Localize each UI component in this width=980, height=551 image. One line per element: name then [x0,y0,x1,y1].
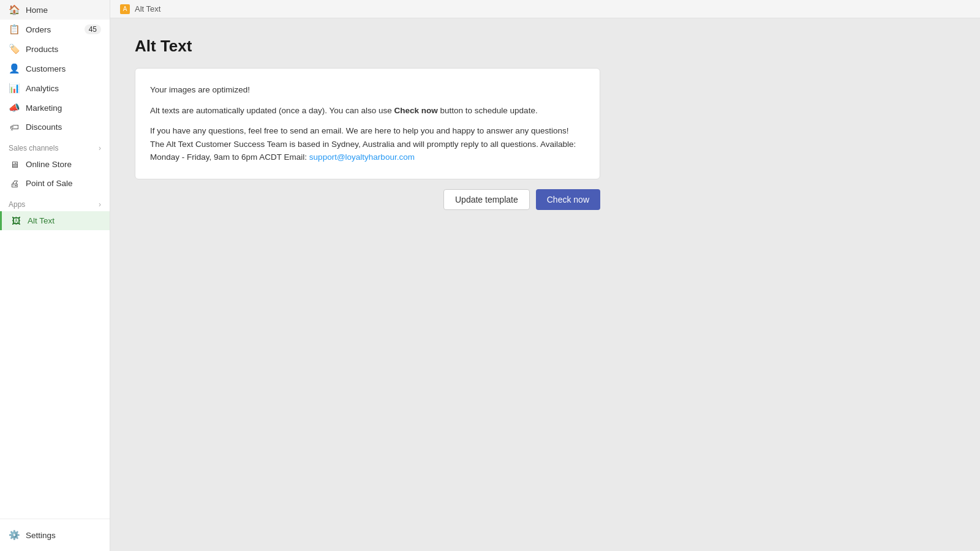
sidebar-item-home[interactable]: 🏠 Home [0,0,110,20]
sidebar-item-label: Discounts [26,122,62,132]
sales-channels-section: Sales channels › [0,137,110,155]
sales-channels-chevron: › [99,144,101,152]
sidebar-item-label: Online Store [26,160,72,169]
customers-icon: 👤 [9,63,20,74]
sidebar-item-label: Point of Sale [26,179,73,188]
sidebar-item-label: Analytics [26,84,59,93]
home-icon: 🏠 [9,4,20,15]
sidebar-item-label: Home [26,6,48,15]
sidebar-item-customers[interactable]: 👤 Customers [0,59,110,78]
breadcrumb-icon: A [120,4,130,14]
sidebar-item-label: Orders [26,25,51,34]
sidebar-item-online-store[interactable]: 🖥 Online Store [0,155,110,174]
sidebar-item-settings[interactable]: ⚙️ Settings [0,525,110,545]
update-template-button[interactable]: Update template [443,189,530,210]
analytics-icon: 📊 [9,83,20,94]
apps-section: Apps › [0,193,110,211]
support-email-link[interactable]: support@loyaltyharbour.com [309,152,415,162]
sidebar-item-label: Alt Text [28,216,55,225]
sidebar-item-marketing[interactable]: 📣 Marketing [0,98,110,118]
card-line-1: Your images are optimized! [150,83,585,97]
sidebar-item-label: Customers [26,64,66,73]
info-card: Your images are optimized! Alt texts are… [135,68,600,179]
alt-text-icon: 🖼 [10,216,21,226]
marketing-icon: 📣 [9,102,20,113]
discounts-icon: 🏷 [9,122,20,132]
sidebar-item-point-of-sale[interactable]: 🖨 Point of Sale [0,174,110,193]
orders-badge: 45 [85,24,101,34]
topbar: A Alt Text [110,0,980,18]
settings-icon: ⚙️ [9,530,20,541]
sidebar-item-alt-text[interactable]: 🖼 Alt Text [0,211,110,230]
sidebar-item-label: Products [26,45,58,54]
breadcrumb-text: Alt Text [135,4,160,13]
online-store-icon: 🖥 [9,159,20,170]
sidebar-item-label: Marketing [26,103,62,113]
sidebar-item-orders[interactable]: 📋 Orders 45 [0,20,110,39]
main-area: A Alt Text Alt Text Your images are opti… [110,0,980,551]
sidebar: 🏠 Home 📋 Orders 45 🏷️ Products 👤 Custome… [0,0,110,551]
point-of-sale-icon: 🖨 [9,178,20,189]
products-icon: 🏷️ [9,43,20,54]
check-now-button[interactable]: Check now [536,189,600,210]
sidebar-item-label: Settings [26,531,56,540]
card-line-2: Alt texts are automatically updated (onc… [150,104,585,118]
apps-chevron: › [99,200,101,209]
page-title: Alt Text [135,37,956,56]
orders-icon: 📋 [9,24,20,35]
sidebar-item-products[interactable]: 🏷️ Products [0,39,110,59]
sidebar-item-discounts[interactable]: 🏷 Discounts [0,118,110,137]
actions-row: Update template Check now [135,189,600,210]
sidebar-item-analytics[interactable]: 📊 Analytics [0,78,110,98]
card-line-3: If you have any questions, feel free to … [150,124,585,164]
content-area: Alt Text Your images are optimized! Alt … [110,18,980,551]
